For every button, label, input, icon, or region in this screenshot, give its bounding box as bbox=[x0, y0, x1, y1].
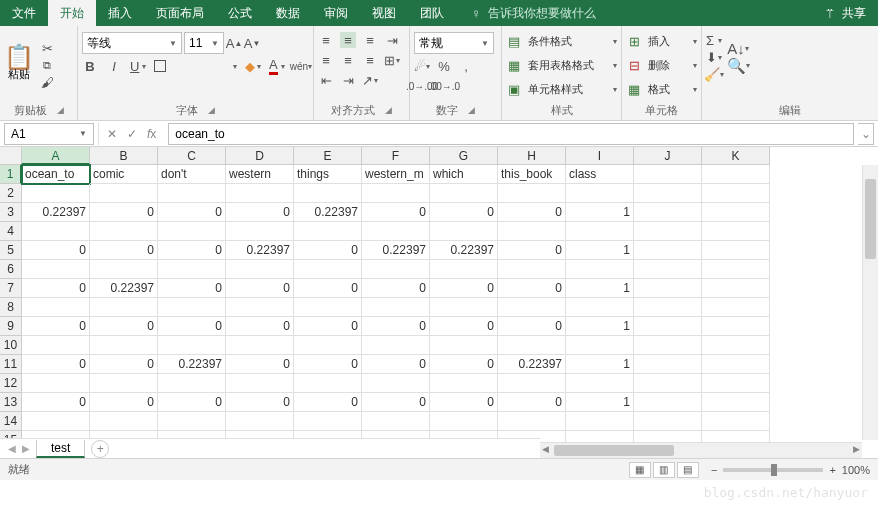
cell-C7[interactable]: 0 bbox=[158, 279, 226, 298]
cell-G2[interactable] bbox=[430, 184, 498, 203]
comma-button[interactable]: , bbox=[458, 58, 474, 74]
decrease-indent-button[interactable]: ⇤ bbox=[318, 72, 334, 88]
cell-D13[interactable]: 0 bbox=[226, 393, 294, 412]
row-header-5[interactable]: 5 bbox=[0, 241, 22, 260]
cell-J11[interactable] bbox=[634, 355, 702, 374]
border-button[interactable] bbox=[154, 60, 166, 72]
col-header-I[interactable]: I bbox=[566, 147, 634, 165]
cell-F7[interactable]: 0 bbox=[362, 279, 430, 298]
cell-C6[interactable] bbox=[158, 260, 226, 279]
cell-A12[interactable] bbox=[22, 374, 90, 393]
cell-I3[interactable]: 1 bbox=[566, 203, 634, 222]
cell-F9[interactable]: 0 bbox=[362, 317, 430, 336]
cell-J14[interactable] bbox=[634, 412, 702, 431]
scroll-thumb[interactable] bbox=[554, 445, 674, 456]
accept-formula-button[interactable]: ✓ bbox=[127, 127, 137, 141]
cell-E12[interactable] bbox=[294, 374, 362, 393]
cell-G3[interactable]: 0 bbox=[430, 203, 498, 222]
cell-D7[interactable]: 0 bbox=[226, 279, 294, 298]
cell-I12[interactable] bbox=[566, 374, 634, 393]
cell-I2[interactable] bbox=[566, 184, 634, 203]
cell-D9[interactable]: 0 bbox=[226, 317, 294, 336]
cell-A9[interactable]: 0 bbox=[22, 317, 90, 336]
cell-B8[interactable] bbox=[90, 298, 158, 317]
tab-review[interactable]: 审阅 bbox=[312, 0, 360, 26]
cell-G6[interactable] bbox=[430, 260, 498, 279]
tell-me-box[interactable]: ♀ 告诉我你想要做什么 bbox=[456, 0, 810, 26]
clipboard-launcher[interactable]: ◢ bbox=[57, 105, 64, 115]
cell-G10[interactable] bbox=[430, 336, 498, 355]
decrease-decimal-button[interactable]: .00→.0 bbox=[436, 78, 452, 94]
percent-button[interactable]: % bbox=[436, 58, 452, 74]
cell-G12[interactable] bbox=[430, 374, 498, 393]
cell-D3[interactable]: 0 bbox=[226, 203, 294, 222]
cell-B11[interactable]: 0 bbox=[90, 355, 158, 374]
row-header-9[interactable]: 9 bbox=[0, 317, 22, 336]
font-name-combo[interactable]: 等线▼ bbox=[82, 32, 182, 54]
format-button[interactable]: ▦格式▾ bbox=[626, 78, 697, 100]
cell-I7[interactable]: 1 bbox=[566, 279, 634, 298]
cell-B7[interactable]: 0.22397 bbox=[90, 279, 158, 298]
cell-K1[interactable] bbox=[702, 165, 770, 184]
cell-D12[interactable] bbox=[226, 374, 294, 393]
scroll-left-icon[interactable]: ◀ bbox=[542, 444, 549, 454]
cell-I13[interactable]: 1 bbox=[566, 393, 634, 412]
decrease-font-button[interactable]: A▼ bbox=[244, 35, 260, 51]
align-right-button[interactable]: ≡ bbox=[362, 52, 378, 68]
cell-D10[interactable] bbox=[226, 336, 294, 355]
font-size-combo[interactable]: 11▼ bbox=[184, 32, 224, 54]
cell-G7[interactable]: 0 bbox=[430, 279, 498, 298]
select-all-corner[interactable] bbox=[0, 147, 22, 165]
cell-D8[interactable] bbox=[226, 298, 294, 317]
cell-F2[interactable] bbox=[362, 184, 430, 203]
formula-input[interactable]: ocean_to bbox=[168, 123, 854, 145]
cell-F4[interactable] bbox=[362, 222, 430, 241]
tab-view[interactable]: 视图 bbox=[360, 0, 408, 26]
insert-button[interactable]: ⊞插入▾ bbox=[626, 30, 697, 52]
cell-F3[interactable]: 0 bbox=[362, 203, 430, 222]
cell-K10[interactable] bbox=[702, 336, 770, 355]
cell-A8[interactable] bbox=[22, 298, 90, 317]
cell-K9[interactable] bbox=[702, 317, 770, 336]
tab-data[interactable]: 数据 bbox=[264, 0, 312, 26]
number-launcher[interactable]: ◢ bbox=[468, 105, 475, 115]
cell-E1[interactable]: things bbox=[294, 165, 362, 184]
cell-F14[interactable] bbox=[362, 412, 430, 431]
format-painter-button[interactable]: 🖌 bbox=[38, 74, 56, 90]
cell-K5[interactable] bbox=[702, 241, 770, 260]
cell-K3[interactable] bbox=[702, 203, 770, 222]
name-box[interactable]: A1▼ bbox=[4, 123, 94, 145]
align-bottom-button[interactable]: ≡ bbox=[362, 32, 378, 48]
col-header-D[interactable]: D bbox=[226, 147, 294, 165]
cell-C2[interactable] bbox=[158, 184, 226, 203]
cell-J10[interactable] bbox=[634, 336, 702, 355]
cell-G1[interactable]: which bbox=[430, 165, 498, 184]
cell-J9[interactable] bbox=[634, 317, 702, 336]
row-header-7[interactable]: 7 bbox=[0, 279, 22, 298]
cell-C9[interactable]: 0 bbox=[158, 317, 226, 336]
col-header-G[interactable]: G bbox=[430, 147, 498, 165]
row-header-14[interactable]: 14 bbox=[0, 412, 22, 431]
cell-H12[interactable] bbox=[498, 374, 566, 393]
cell-C13[interactable]: 0 bbox=[158, 393, 226, 412]
tab-layout[interactable]: 页面布局 bbox=[144, 0, 216, 26]
vertical-scrollbar[interactable] bbox=[862, 165, 878, 440]
cell-K6[interactable] bbox=[702, 260, 770, 279]
cell-B3[interactable]: 0 bbox=[90, 203, 158, 222]
cell-H1[interactable]: this_book bbox=[498, 165, 566, 184]
row-header-13[interactable]: 13 bbox=[0, 393, 22, 412]
cell-H4[interactable] bbox=[498, 222, 566, 241]
cell-E6[interactable] bbox=[294, 260, 362, 279]
cell-H7[interactable]: 0 bbox=[498, 279, 566, 298]
orientation-button[interactable]: ↗▾ bbox=[362, 72, 378, 88]
underline-button[interactable]: U▾ bbox=[130, 58, 146, 74]
currency-button[interactable]: ☄▾ bbox=[414, 58, 430, 74]
cell-G9[interactable]: 0 bbox=[430, 317, 498, 336]
cell-A3[interactable]: 0.22397 bbox=[22, 203, 90, 222]
row-header-10[interactable]: 10 bbox=[0, 336, 22, 355]
cell-H11[interactable]: 0.22397 bbox=[498, 355, 566, 374]
cell-K7[interactable] bbox=[702, 279, 770, 298]
tab-team[interactable]: 团队 bbox=[408, 0, 456, 26]
cell-E3[interactable]: 0.22397 bbox=[294, 203, 362, 222]
sheet-tab-test[interactable]: test bbox=[36, 440, 85, 458]
